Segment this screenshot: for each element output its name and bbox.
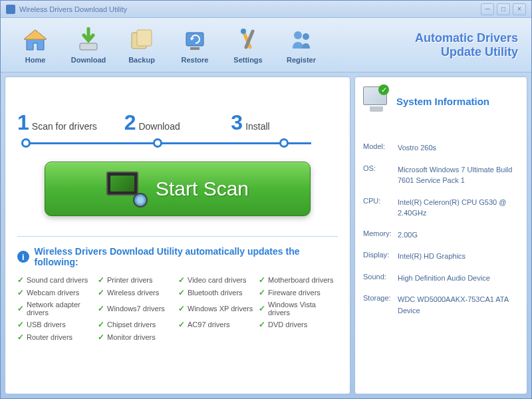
check-icon: ✓	[259, 275, 265, 285]
toolbar-download[interactable]: Download	[62, 27, 115, 64]
brand-text: Automatic Drivers Update Utility	[415, 31, 523, 59]
app-icon	[6, 5, 15, 14]
driver-item: ✓Webcam drivers	[17, 288, 96, 297]
driver-item: ✓Wireless drivers	[98, 288, 177, 297]
system-info-row: Model:Vostro 260s	[363, 142, 519, 154]
check-icon: ✓	[98, 275, 104, 285]
driver-list: ✓Sound card drivers✓Printer drivers✓Vide…	[17, 275, 338, 342]
system-info-row: Sound:High Definition Audio Device	[363, 273, 519, 284]
check-icon: ✓	[98, 332, 104, 342]
titlebar: Wireless Drivers Download Utility ─ □ ×	[1, 1, 531, 18]
svg-rect-3	[186, 33, 203, 46]
system-info-row: OS:Microsoft Windows 7 Ultimate Build 76…	[363, 164, 519, 186]
window-title: Wireless Drivers Download Utility	[19, 5, 481, 13]
step-2: 2 Download	[124, 110, 231, 135]
settings-icon	[233, 27, 263, 53]
driver-item: ✓Chipset drivers	[98, 320, 177, 329]
info-icon: i	[17, 251, 29, 263]
driver-item: ✓Fireware drivers	[259, 288, 338, 297]
driver-item: ✓Windows XP drivers	[178, 301, 257, 317]
driver-item: ✓Monitor drivers	[98, 332, 177, 342]
check-icon: ✓	[17, 320, 24, 329]
check-icon: ✓	[178, 320, 185, 329]
svg-rect-2	[137, 30, 152, 46]
check-icon: ✓	[98, 288, 104, 297]
divider	[17, 236, 338, 237]
check-icon: ✓	[259, 288, 265, 297]
driver-item: ✓DVD drivers	[259, 320, 338, 329]
system-info-row: Display:Intel(R) HD Graphics	[363, 251, 519, 262]
download-icon	[74, 27, 103, 53]
start-scan-button[interactable]: Start Scan	[45, 162, 311, 216]
driver-item: ✓USB drivers	[17, 320, 96, 329]
restore-icon	[180, 27, 209, 53]
svg-point-5	[241, 29, 246, 34]
check-icon: ✓	[17, 275, 24, 285]
driver-item: ✓Windows Vista drivers	[259, 301, 338, 317]
register-icon	[287, 27, 316, 53]
check-icon: ✓	[98, 320, 104, 329]
check-icon: ✓	[17, 288, 24, 297]
scan-monitor-icon	[106, 172, 145, 206]
check-icon: ✓	[17, 304, 24, 313]
toolbar-restore[interactable]: Restore	[168, 27, 221, 64]
toolbar-register[interactable]: Register	[275, 27, 328, 64]
svg-point-6	[294, 31, 302, 39]
system-info-row: CPU:Intel(R) Celeron(R) CPU G530 @ 2.40G…	[363, 197, 519, 219]
check-icon: ✓	[98, 304, 104, 313]
check-icon: ✓	[178, 275, 185, 285]
main-panel: 1 Scan for drivers 2 Download 3 Install …	[5, 76, 350, 394]
system-info-panel: System Information Model:Vostro 260sOS:M…	[354, 76, 527, 394]
check-icon: ✓	[178, 288, 185, 297]
minimize-button[interactable]: ─	[481, 3, 494, 15]
system-info-row: Memory:2.00G	[363, 229, 519, 241]
toolbar: Home Download Backup Restore Settings Re…	[1, 18, 531, 72]
backup-icon	[127, 27, 156, 53]
driver-item: ✓Network adapter drivers	[17, 301, 96, 317]
subtitle: Wireless Drivers Download Utility automa…	[35, 246, 338, 267]
driver-item: ✓Router drivers	[17, 332, 96, 342]
driver-item: ✓AC97 drivers	[178, 320, 257, 329]
home-icon	[21, 27, 50, 53]
toolbar-home[interactable]: Home	[9, 27, 62, 64]
maximize-button[interactable]: □	[497, 3, 510, 15]
steps-indicator: 1 Scan for drivers 2 Download 3 Install	[17, 110, 338, 135]
driver-item: ✓Windows7 drivers	[98, 301, 177, 317]
driver-item: ✓Motherboard drivers	[259, 275, 338, 285]
system-info-rows: Model:Vostro 260sOS:Microsoft Windows 7 …	[363, 142, 519, 316]
check-icon: ✓	[17, 332, 24, 342]
toolbar-backup[interactable]: Backup	[115, 27, 168, 64]
subtitle-row: i Wireless Drivers Download Utility auto…	[17, 246, 338, 267]
close-button[interactable]: ×	[513, 3, 526, 15]
computer-icon	[363, 86, 390, 116]
step-1: 1 Scan for drivers	[17, 110, 124, 135]
content-area: 1 Scan for drivers 2 Download 3 Install …	[1, 72, 531, 398]
svg-rect-0	[80, 43, 97, 50]
svg-point-7	[303, 33, 309, 40]
check-icon: ✓	[178, 304, 185, 313]
driver-item: ✓Printer drivers	[98, 275, 177, 285]
toolbar-settings[interactable]: Settings	[221, 27, 275, 64]
svg-rect-4	[190, 47, 200, 50]
driver-item: ✓Bluetooth drivers	[178, 288, 257, 297]
driver-item: ✓Sound card drivers	[17, 275, 96, 285]
check-icon: ✓	[259, 320, 265, 329]
step-3: 3 Install	[231, 110, 338, 135]
check-icon: ✓	[259, 304, 265, 313]
window-controls: ─ □ ×	[481, 3, 526, 15]
system-info-header: System Information	[363, 86, 519, 116]
driver-item: ✓Video card drivers	[178, 275, 257, 285]
system-info-row: Storage:WDC WD5000AAKX-753CA1 ATA Device	[363, 294, 519, 316]
